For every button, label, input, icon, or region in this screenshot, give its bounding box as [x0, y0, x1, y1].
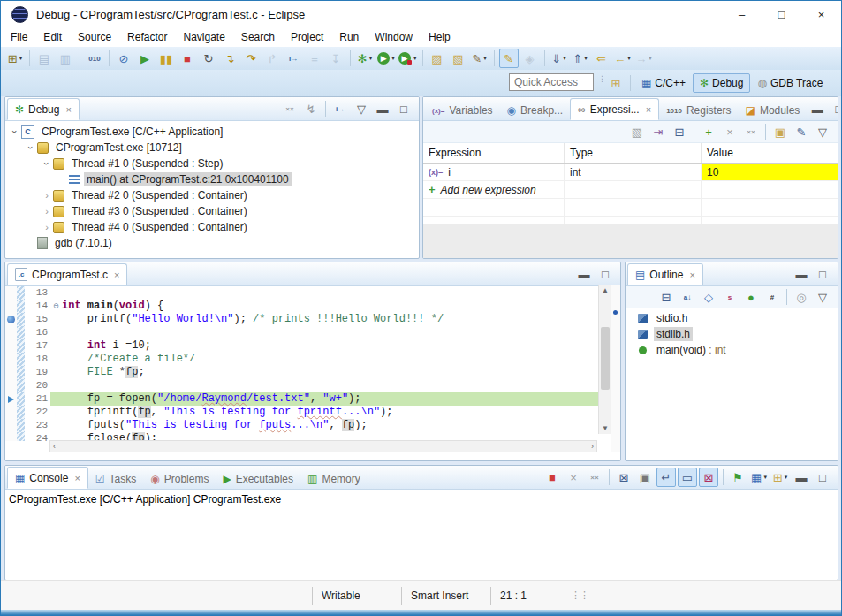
pin-console-button[interactable]: ⚑ — [728, 468, 747, 487]
code-line[interactable]: 13 — [5, 286, 620, 300]
outline-item[interactable]: main(void) : int — [626, 342, 838, 358]
close-icon[interactable]: × — [74, 473, 80, 483]
code-line[interactable]: 23 fputs("This is testing for fputs...\n… — [5, 419, 620, 432]
tab-executables[interactable]: ▶Executables — [216, 469, 300, 489]
next-annotation-button[interactable]: ⇓▾ — [550, 49, 569, 68]
close-icon[interactable]: × — [65, 104, 71, 115]
step-over-button[interactable]: ↷ — [241, 49, 261, 68]
skip-all-breakpoints-button[interactable]: ⊘ — [114, 49, 133, 68]
code-line[interactable]: 20 — [5, 379, 620, 392]
column-header-expression[interactable]: Expression — [423, 143, 565, 163]
search-button[interactable]: ✎▾ — [470, 49, 489, 68]
link-with-editor-button[interactable]: ◎ — [792, 287, 811, 307]
open-console-button[interactable]: ⊞▾ — [770, 468, 790, 487]
instruction-pointer-icon[interactable] — [5, 392, 17, 406]
close-window-button[interactable]: × — [801, 1, 841, 27]
menu-item-search[interactable]: Search — [233, 29, 283, 45]
overview-ruler[interactable] — [611, 285, 620, 452]
new-wizard-button[interactable]: ⊞▾ — [5, 49, 25, 68]
run-button[interactable]: ▶▾ — [376, 49, 396, 68]
view-menu-button[interactable]: ▽ — [352, 99, 371, 118]
tab-expressions[interactable]: ∞Expressi...× — [570, 98, 659, 120]
back-button[interactable]: ←▾ — [613, 49, 633, 68]
maximize-outline-button[interactable]: □ — [813, 264, 832, 284]
menu-item-edit[interactable]: Edit — [35, 29, 70, 45]
perspective-gdb-trace-button[interactable]: ◍GDB Trace — [750, 73, 830, 93]
twistie-icon[interactable]: › — [41, 206, 53, 217]
debug-tree-item[interactable]: ›CCProgramTest.exe [C/C++ Application] — [5, 124, 419, 140]
save-all-button[interactable]: ▥ — [56, 49, 75, 68]
open-perspective-button[interactable]: ⊞ — [606, 73, 626, 93]
debug-button[interactable]: ✻▾ — [355, 49, 375, 68]
word-wrap-button[interactable]: ↵ — [656, 468, 676, 487]
maximize-button[interactable]: □ — [394, 99, 413, 118]
remove-all-terminated-button[interactable]: ×× — [280, 99, 300, 118]
forward-button[interactable]: →▾ — [634, 49, 654, 68]
tab-problems[interactable]: ◉Problems — [143, 469, 216, 489]
twistie-icon[interactable]: › — [10, 125, 20, 138]
edit-expression-button[interactable]: ✎ — [792, 122, 811, 141]
debug-tree-item[interactable]: ›Thread #2 0 (Suspended : Container) — [5, 187, 419, 203]
open-task-button[interactable]: ▨ — [428, 49, 447, 68]
view-menu-button[interactable]: ▽ — [813, 122, 832, 141]
save-button[interactable]: ▤ — [34, 49, 54, 68]
minimize-window-button[interactable]: – — [722, 1, 762, 27]
view-menu-button[interactable]: ▽ — [813, 287, 832, 307]
last-edit-location-button[interactable]: ⇐ — [592, 49, 611, 68]
remove-expression-button[interactable]: × — [720, 122, 740, 141]
code-line[interactable]: 18 /*Create a file*/ — [5, 353, 620, 366]
open-resource-button[interactable]: ▧ — [449, 49, 468, 68]
code-editor[interactable]: 1314⊖int main(void) {15 printf("Hello Wo… — [5, 286, 620, 441]
editor-vertical-scrollbar[interactable]: ▲ ▼ — [598, 285, 611, 434]
editor-horizontal-scrollbar[interactable]: ‹› — [49, 440, 597, 452]
maximize-editor-button[interactable]: □ — [595, 264, 615, 284]
minimize-editor-button[interactable]: ▬ — [574, 264, 594, 284]
coverage-button[interactable]: ▶▾ — [398, 49, 418, 68]
hide-static-members-button[interactable]: s — [720, 287, 740, 307]
minimize-outline-button[interactable]: ▬ — [792, 264, 811, 284]
add-expression-button[interactable]: + — [699, 122, 718, 141]
debug-tree-item[interactable]: ›Thread #1 0 (Suspended : Step) — [5, 156, 419, 171]
drop-to-frame-button[interactable]: ↧ — [326, 49, 345, 68]
perspective-debug-button[interactable]: ✻Debug — [693, 73, 750, 93]
code-line[interactable]: 14⊖int main(void) { — [5, 300, 620, 313]
suspend-button[interactable]: ▮▮ — [156, 49, 176, 68]
close-icon[interactable]: × — [114, 270, 119, 280]
menu-item-run[interactable]: Run — [331, 29, 367, 45]
code-line[interactable]: 17 int i =10; — [5, 339, 620, 353]
menu-item-source[interactable]: Source — [70, 29, 119, 45]
step-into-button[interactable]: ↴ — [220, 49, 239, 68]
twistie-icon[interactable]: › — [42, 157, 52, 170]
show-logical-structure-button[interactable]: ⇥ — [649, 122, 668, 141]
maximize-window-button[interactable]: □ — [762, 1, 801, 27]
step-return-button[interactable]: ↱ — [262, 49, 282, 68]
menu-item-help[interactable]: Help — [421, 29, 459, 45]
open-element-button[interactable]: ◈ — [520, 49, 540, 68]
debug-tree-item[interactable]: ›Thread #4 0 (Suspended : Container) — [5, 219, 419, 235]
menu-item-window[interactable]: Window — [367, 29, 421, 45]
menu-item-project[interactable]: Project — [283, 29, 331, 45]
twistie-icon[interactable]: › — [26, 141, 36, 154]
remove-all-expressions-button[interactable]: ×× — [741, 122, 761, 141]
remove-launch-button[interactable]: × — [564, 468, 583, 487]
collapse-all-button[interactable]: ⊟ — [656, 287, 676, 307]
build-binary-button[interactable]: 010 — [85, 49, 104, 68]
move-to-line-button[interactable]: ≡ — [305, 49, 324, 68]
column-header-type[interactable]: Type — [565, 143, 702, 163]
toggle-mark-occurrences-button[interactable]: ✎ — [499, 49, 519, 68]
hide-fields-button[interactable]: ◇ — [699, 287, 718, 307]
debug-tree-item[interactable]: ›CProgramTest.exe [10712] — [5, 140, 419, 156]
scroll-lock-button[interactable]: ▣ — [635, 468, 655, 487]
maximize-view-button[interactable]: □ — [829, 99, 838, 118]
prev-annotation-button[interactable]: ⇑▾ — [571, 49, 590, 68]
code-line[interactable]: 21 fp = fopen("/home/Raymond/test.txt", … — [5, 392, 620, 406]
show-on-stdout-button[interactable]: ▭ — [678, 468, 697, 487]
menu-item-file[interactable]: File — [3, 29, 35, 45]
minimize-view-button[interactable]: ▬ — [808, 99, 827, 118]
minimize-button[interactable]: ▬ — [792, 468, 811, 487]
tab-breakpoints[interactable]: ◉Breakp... — [500, 101, 571, 120]
terminate-button[interactable]: ■ — [542, 468, 562, 487]
quick-access-input[interactable] — [509, 73, 594, 91]
remove-all-launches-button[interactable]: ×× — [585, 468, 604, 487]
show-type-names-button[interactable]: ▧ — [627, 122, 647, 141]
